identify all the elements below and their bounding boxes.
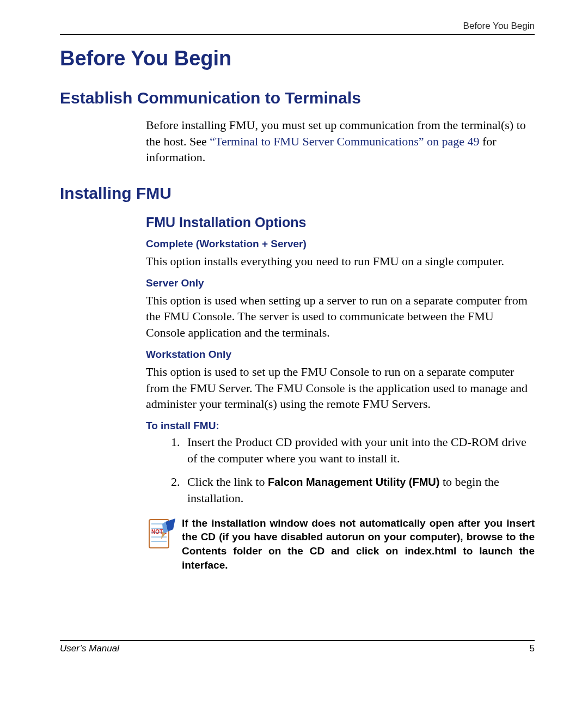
link-terminal-communications[interactable]: “Terminal to FMU Server Communications” …: [210, 135, 479, 148]
page-footer: User’s Manual 5: [60, 640, 535, 654]
page-title: Before You Begin: [60, 47, 535, 70]
heading-installation-options: FMU Installation Options: [146, 215, 535, 230]
installing-body: FMU Installation Options Complete (Works…: [146, 215, 535, 572]
note-icon: NOTE: [146, 517, 176, 557]
heading-installing-fmu: Installing FMU: [60, 184, 535, 203]
page: Before You Begin Before You Begin Establ…: [0, 0, 588, 714]
install-step-2a: Click the link to: [187, 475, 268, 489]
install-step-1: Insert the Product CD provided with your…: [183, 434, 535, 466]
establish-paragraph: Before installing FMU, you must set up c…: [146, 117, 535, 166]
note-text: If the installation window does not auto…: [182, 516, 535, 572]
option-text-complete: This option installs everything you need…: [146, 253, 535, 270]
note-block: NOTE If the installation window does not…: [146, 516, 535, 572]
install-step-2: Click the link to Falcon Management Util…: [183, 474, 535, 506]
option-head-server-only: Server Only: [146, 277, 535, 289]
heading-establish-communication: Establish Communication to Terminals: [60, 89, 535, 107]
install-steps: Insert the Product CD provided with your…: [146, 434, 535, 506]
footer-manual-name: User’s Manual: [60, 643, 119, 654]
footer-page-number: 5: [530, 643, 535, 654]
option-head-complete: Complete (Workstation + Server): [146, 238, 535, 250]
option-text-server-only: This option is used when setting up a se…: [146, 292, 535, 341]
install-step-2-product-name: Falcon Management Utility (FMU): [268, 476, 440, 488]
running-head: Before You Begin: [60, 21, 535, 35]
establish-body: Before installing FMU, you must set up c…: [146, 117, 535, 166]
option-text-workstation-only: This option is used to set up the FMU Co…: [146, 364, 535, 412]
heading-to-install-fmu: To install FMU:: [146, 420, 535, 432]
option-head-workstation-only: Workstation Only: [146, 349, 535, 361]
